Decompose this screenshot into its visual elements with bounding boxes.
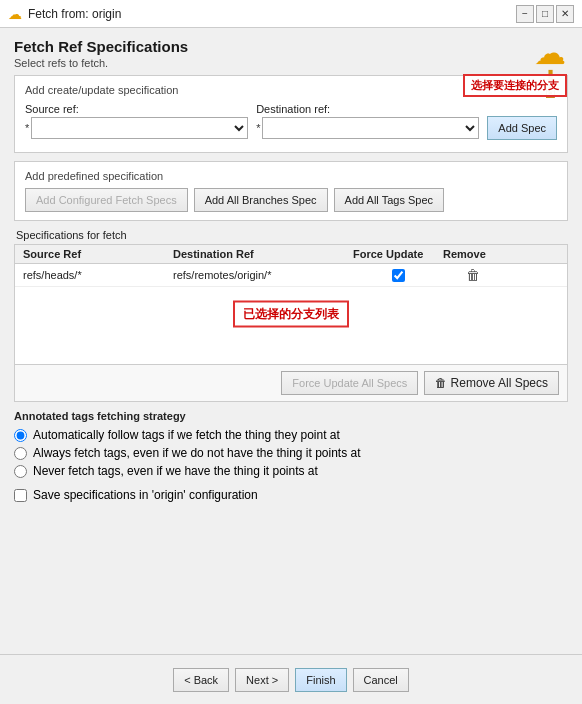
radio-always-fetch-input[interactable] — [14, 447, 27, 460]
tags-section-title: Annotated tags fetching strategy — [14, 410, 568, 422]
annotation-selected-branches: 已选择的分支列表 — [233, 301, 349, 328]
radio-never-fetch-input[interactable] — [14, 465, 27, 478]
col-source-ref: Source Ref — [23, 248, 173, 260]
page-header: Fetch Ref Specifications Select refs to … — [14, 38, 568, 69]
annotation-connect-branch: 选择要连接的分支 — [463, 74, 567, 97]
footer-bar: < Back Next > Finish Cancel — [0, 654, 582, 704]
page-subtitle: Select refs to fetch. — [14, 57, 568, 69]
col-force-update: Force Update — [353, 248, 443, 260]
specs-section-title: Specifications for fetch — [14, 229, 568, 241]
window-title: Fetch from: origin — [28, 7, 121, 21]
maximize-button[interactable]: □ — [536, 5, 554, 23]
page-title: Fetch Ref Specifications — [14, 38, 568, 55]
predefined-spec-title: Add predefined specification — [25, 170, 557, 182]
finish-button[interactable]: Finish — [295, 668, 346, 692]
destination-ref-label: Destination ref: — [256, 103, 479, 115]
close-button[interactable]: ✕ — [556, 5, 574, 23]
remove-all-icon: 🗑 — [435, 376, 450, 390]
back-button[interactable]: < Back — [173, 668, 229, 692]
source-prefix: * — [25, 122, 29, 134]
add-all-branches-spec-button[interactable]: Add All Branches Spec — [194, 188, 328, 212]
destination-ref-dropdown[interactable] — [262, 117, 479, 139]
save-config-checkbox-label[interactable]: Save specifications in 'origin' configur… — [14, 488, 568, 502]
radio-auto-follow-input[interactable] — [14, 429, 27, 442]
destination-prefix: * — [256, 122, 260, 134]
title-bar: ☁ Fetch from: origin − □ ✕ — [0, 0, 582, 28]
save-config-checkbox[interactable] — [14, 489, 27, 502]
predefined-spec-section: Add predefined specification Add Configu… — [14, 161, 568, 221]
tags-radio-group: Automatically follow tags if we fetch th… — [14, 428, 568, 478]
force-update-checkbox[interactable] — [392, 269, 405, 282]
force-update-all-specs-button[interactable]: Force Update All Specs — [281, 371, 418, 395]
window-icon: ☁ — [8, 6, 22, 22]
col-destination-ref: Destination Ref — [173, 248, 353, 260]
specs-for-fetch-section: Specifications for fetch Source Ref Dest… — [14, 229, 568, 402]
tags-fetching-section: Annotated tags fetching strategy Automat… — [14, 410, 568, 478]
radio-never-fetch[interactable]: Never fetch tags, even if we have the th… — [14, 464, 568, 478]
create-spec-section: Add create/update specification 选择要连接的分支… — [14, 75, 568, 153]
cancel-button[interactable]: Cancel — [353, 668, 409, 692]
next-button[interactable]: Next > — [235, 668, 289, 692]
col-remove: Remove — [443, 248, 503, 260]
add-spec-button[interactable]: Add Spec — [487, 116, 557, 140]
save-config-label: Save specifications in 'origin' configur… — [33, 488, 258, 502]
minimize-button[interactable]: − — [516, 5, 534, 23]
remove-spec-icon[interactable]: 🗑 — [466, 267, 480, 283]
radio-always-fetch[interactable]: Always fetch tags, even if we do not hav… — [14, 446, 568, 460]
spec-destination-ref: refs/remotes/origin/* — [173, 269, 353, 281]
source-ref-dropdown[interactable] — [31, 117, 248, 139]
add-configured-fetch-specs-button[interactable]: Add Configured Fetch Specs — [25, 188, 188, 212]
table-row: refs/heads/* refs/remotes/origin/* 🗑 — [15, 264, 567, 287]
spec-source-ref: refs/heads/* — [23, 269, 173, 281]
add-all-tags-spec-button[interactable]: Add All Tags Spec — [334, 188, 444, 212]
remove-all-specs-button[interactable]: 🗑 Remove All Specs — [424, 371, 559, 395]
radio-auto-follow[interactable]: Automatically follow tags if we fetch th… — [14, 428, 568, 442]
source-ref-label: Source ref: — [25, 103, 248, 115]
specs-table-header: Source Ref Destination Ref Force Update … — [15, 245, 567, 264]
